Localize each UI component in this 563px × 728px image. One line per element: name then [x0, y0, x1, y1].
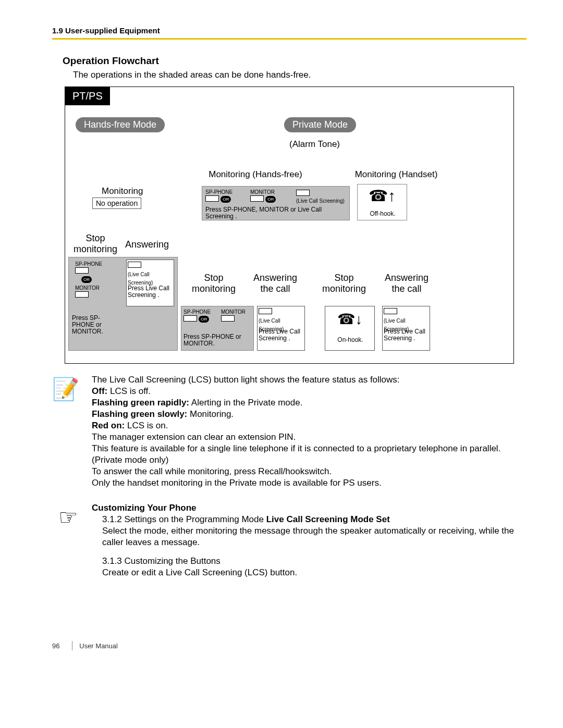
mon-hf-label: Monitoring (Hands-free) [201, 169, 310, 180]
lcs-key-icon-3 [259, 308, 272, 314]
ans-call-mid: Answeringthe call [247, 273, 304, 294]
handset-lift-icon: ☎︎↑ [358, 184, 407, 205]
press-lcs-text: Press Live Call Screening . [128, 285, 175, 299]
or-label: OR [221, 196, 231, 203]
spphone-key-icon-2 [75, 267, 89, 274]
answering-left: Answering [125, 239, 169, 250]
cust-p1b: Live Call Screening Mode Set [266, 514, 390, 524]
press-sp-mon-lcs-box: SP-PHONE OR MONITOR OR (Live Call Screen… [202, 186, 350, 220]
press-lcs-box-3: (Live Call Screening) Press Live Call Sc… [382, 306, 430, 351]
section-header: 1.9 User-supplied Equipment [52, 26, 527, 35]
off-hook-text: Off-hook. [358, 211, 408, 217]
or-label-3: OR [81, 276, 92, 283]
footer-label: User Manual [79, 642, 118, 650]
off-b: Off: [92, 386, 107, 396]
mon-hs-label: Monitoring (Handset) [341, 169, 451, 180]
spphone-key-icon [205, 195, 219, 202]
red-b: Red on: [92, 421, 125, 430]
fgr-t: Alerting in the Private mode. [189, 398, 302, 408]
fgs-t: Monitoring. [187, 409, 234, 419]
no-operation-box: No operation [92, 198, 141, 209]
lcs-key-icon-4 [384, 308, 397, 314]
press-lcs-text-3: Press Live Call Screening . [384, 328, 430, 342]
red-t: LCS is on. [125, 421, 168, 430]
ans-call-right: Answeringthe call [378, 273, 435, 294]
cust-p2: Select the mode, either monitoring the m… [102, 525, 527, 548]
only-note: Only the handset monitoring in the Priva… [92, 477, 527, 489]
press-sp-or-mon-text: Press SP-PHONE or MONITOR. [72, 315, 119, 335]
customizing-block: Customizing Your Phone 3.1.2 Settings on… [92, 502, 527, 578]
private-mode-pill: Private Mode [284, 117, 356, 132]
cust-p1a: 3.1.2 Settings on the Programming Mode [102, 514, 266, 524]
flowchart: PT/PS Hands-free Mode Private Mode (Alar… [65, 87, 514, 364]
notes-block: The Live Call Screening (LCS) button lig… [92, 374, 527, 489]
feat1-note: This feature is available for a single l… [92, 443, 527, 466]
off-t: LCS is off. [107, 386, 151, 396]
note-icon: 📝 [52, 374, 78, 489]
or-label-4: OR [199, 316, 209, 323]
cust-p4: Create or edit a Live Call Screening (LC… [102, 567, 527, 578]
press-sp-mon-lcs-text: Press SP-PHONE, MONITOR or Live Call Scr… [205, 206, 346, 220]
lcs-key-icon-2 [128, 262, 141, 268]
press-sp-mon-box: SP-PHONE OR MONITOR Press SP-PHONE or MO… [181, 306, 254, 351]
stop-mon-right: Stopmonitoring [315, 273, 373, 294]
mgr-note: The manager extension can clear an exten… [92, 431, 527, 443]
monitor-label-2: MONITOR [75, 285, 100, 291]
left-grey-box: SP-PHONE OR MONITOR Press SP-PHONE or MO… [68, 257, 178, 351]
feat2-note: To answer the call while monitoring, pre… [92, 466, 527, 477]
handset-down-icon: ☎︎↓ [328, 307, 371, 328]
page-footer: 96 User Manual [52, 641, 527, 650]
fgr-b: Flashing green rapidly: [92, 398, 189, 408]
spphone-key-icon-3 [183, 315, 197, 322]
monitor-label-3: MONITOR [221, 309, 246, 315]
monitor-key-icon-3 [221, 315, 235, 322]
press-lcs-box-2: (Live Call Screening) Press Live Call Sc… [257, 306, 305, 351]
footer-separator [72, 641, 72, 650]
note-l1: The Live Call Screening (LCS) button lig… [92, 374, 527, 386]
press-lcs-text-2: Press Live Call Screening . [259, 328, 304, 342]
ptps-tag: PT/PS [65, 87, 110, 105]
stop-mon-mid: Stopmonitoring [185, 273, 242, 294]
intro-text: The operations in the shaded areas can b… [73, 70, 527, 80]
on-hook-text: On-hook. [325, 337, 375, 343]
lcs-small-label: (Live Call Screening) [296, 198, 345, 204]
lcs-small-2: (Live Call Screening) [128, 272, 153, 286]
monitor-key-icon [250, 195, 264, 202]
header-divider [52, 38, 527, 40]
cust-heading: Customizing Your Phone [92, 502, 527, 514]
hand-point-icon: ☞ [52, 502, 78, 578]
press-lcs-box: (Live Call Screening) Press Live Call Sc… [126, 260, 174, 306]
monitoring-label: Monitoring [102, 186, 143, 196]
stop-mon-left: Stopmonitoring [69, 233, 121, 255]
cust-p3: 3.1.3 Customizing the Buttons [102, 556, 527, 567]
monitor-label: MONITOR [250, 189, 275, 195]
spphone-label-2: SP-PHONE [75, 261, 102, 267]
lcs-key-icon [296, 190, 310, 196]
hands-free-mode-pill: Hands-free Mode [76, 117, 165, 132]
page-number: 96 [52, 642, 68, 650]
off-hook-box: ☎︎↑ Off-hook. [357, 184, 407, 220]
spphone-label: SP-PHONE [205, 189, 232, 195]
fgs-b: Flashing green slowly: [92, 409, 187, 419]
alarm-tone-label: (Alarm Tone) [289, 139, 340, 150]
monitor-key-icon-2 [75, 291, 89, 298]
or-label-2: OR [265, 196, 276, 203]
on-hook-box: ☎︎↓ On-hook. [325, 306, 375, 351]
press-sp-mon-text: Press SP-PHONE or MONITOR. [183, 334, 252, 347]
spphone-label-3: SP-PHONE [183, 309, 211, 315]
page-title: Operation Flowchart [63, 55, 527, 67]
